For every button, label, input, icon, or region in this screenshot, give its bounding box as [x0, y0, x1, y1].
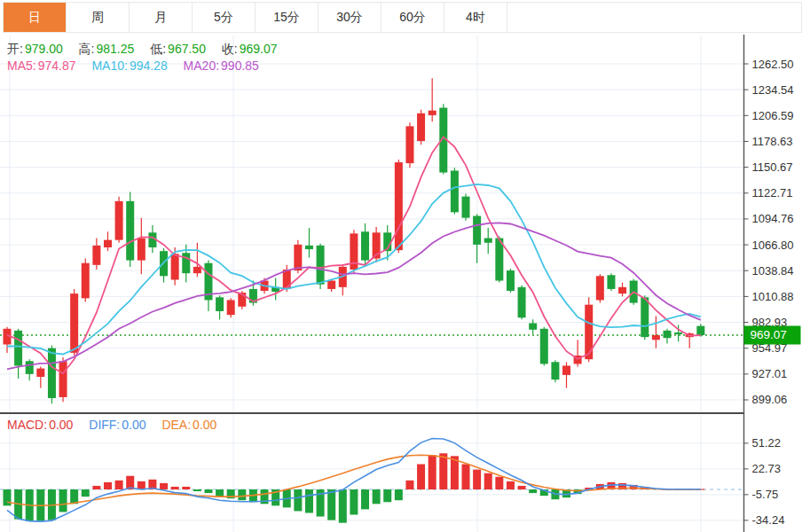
diff-value: 0.00	[122, 418, 145, 432]
tab-4hour[interactable]: 4时	[444, 3, 507, 32]
candle-body	[607, 275, 615, 289]
candle-body	[227, 300, 235, 315]
macd-value: 0.00	[49, 418, 73, 432]
macd-bar	[495, 477, 503, 489]
macd-bar	[182, 487, 190, 489]
open-label: 开:	[7, 42, 23, 56]
candle-body	[361, 231, 369, 260]
tab-15min[interactable]: 15分	[256, 3, 318, 32]
price-tick-label: 899.06	[752, 393, 788, 406]
low-label: 低:	[150, 42, 166, 56]
tab-5min[interactable]: 5分	[193, 3, 256, 32]
candle-body	[473, 216, 481, 245]
macd-bar	[294, 489, 302, 511]
candle-body	[305, 246, 313, 249]
macd-bar	[462, 464, 470, 489]
candle-body	[507, 270, 515, 291]
candle-body	[26, 361, 34, 374]
tab-60min[interactable]: 60分	[381, 3, 444, 32]
ma10-value: 994.28	[130, 59, 168, 73]
candle-body	[171, 254, 179, 279]
candle-body	[484, 239, 492, 243]
price-tick-label: 1094.76	[752, 212, 794, 225]
macd-bar	[473, 470, 481, 489]
candle-body	[115, 201, 123, 240]
ma-readout: MA5:974.87 MA10:994.28 MA20:990.85	[7, 59, 261, 73]
candle-body	[92, 246, 100, 265]
macd-bar	[373, 489, 381, 504]
chart-svg[interactable]: 1262.501234.541206.591178.631150.671122.…	[0, 0, 810, 532]
high-label: 高:	[79, 42, 95, 56]
price-tick-label: 1234.54	[752, 83, 794, 97]
macd-tick-label: -34.24	[752, 513, 785, 527]
high-value: 981.25	[97, 42, 135, 56]
candle-body	[138, 239, 145, 261]
macd-bar	[138, 481, 145, 489]
macd-bar	[238, 489, 246, 500]
close-label: 收:	[222, 42, 238, 56]
current-price-value: 969.07	[751, 328, 787, 341]
candle-body	[652, 335, 660, 340]
candle-body	[126, 201, 134, 261]
price-tick-label: 1178.63	[752, 135, 793, 148]
tab-month[interactable]: 月	[130, 3, 193, 32]
candle-body	[36, 369, 44, 377]
tab-30min[interactable]: 30分	[318, 3, 381, 32]
candle-body	[562, 365, 570, 374]
candle-body	[429, 111, 436, 115]
candle-body	[618, 287, 626, 293]
macd-bar	[507, 481, 515, 489]
macd-bar	[70, 489, 78, 504]
candle-body	[395, 162, 403, 250]
candle-body	[70, 293, 78, 353]
candle-body	[696, 326, 704, 335]
candle-body	[417, 113, 425, 141]
macd-bar	[82, 489, 90, 497]
ma5-label: MA5:	[7, 59, 36, 73]
candle-body	[518, 287, 526, 317]
macd-tick-label: 51.22	[752, 436, 782, 450]
ma10-label: MA10:	[91, 59, 127, 73]
macd-bar	[204, 489, 212, 493]
tab-week[interactable]: 周	[67, 3, 130, 32]
macd-bar	[518, 486, 526, 489]
macd-tick-label: 22.73	[752, 462, 782, 475]
macd-bar	[305, 489, 313, 512]
candle-body	[529, 324, 537, 330]
price-tick-label: 1262.50	[752, 58, 794, 71]
price-tick-label: 927.01	[752, 367, 788, 380]
candle-body	[216, 297, 224, 311]
candle-body	[451, 170, 459, 212]
dea-label: DEA:	[161, 418, 191, 432]
kline-chart-app: 日周月5分15分30分60分4时 1262.501234.541206.5911…	[0, 0, 810, 532]
candle-body	[405, 126, 413, 163]
candle-body	[294, 245, 302, 270]
candle-body	[663, 331, 671, 338]
candle-body	[596, 276, 604, 300]
macd-bar	[405, 481, 413, 489]
diff-label: DIFF:	[89, 418, 120, 432]
macd-bar	[193, 489, 201, 491]
candle-body	[104, 240, 112, 247]
ma20-value: 990.85	[221, 59, 259, 73]
macd-bar	[160, 483, 168, 489]
macd-bar	[171, 487, 179, 489]
candle-body	[551, 362, 559, 379]
macd-bar	[216, 489, 224, 497]
macd-bar	[92, 486, 100, 489]
macd-bar	[361, 489, 369, 509]
candle-body	[674, 332, 682, 334]
macd-tick-label: -5.75	[752, 488, 779, 501]
candle-body	[182, 253, 190, 273]
ohlc-readout: 开:979.00 高:981.25 低:967.50 收:969.07	[7, 42, 279, 58]
macd-bar	[395, 489, 403, 500]
ma5-value: 974.87	[38, 59, 76, 73]
macd-bar	[383, 489, 391, 502]
price-tick-label: 1150.67	[752, 160, 793, 174]
tab-day[interactable]: 日	[4, 3, 67, 32]
candle-body	[585, 305, 593, 360]
price-tick-label: 1122.71	[752, 186, 793, 200]
price-tick-label: 1010.88	[752, 290, 794, 303]
macd-bar	[429, 455, 436, 489]
ma20-label: MA20:	[184, 59, 219, 73]
